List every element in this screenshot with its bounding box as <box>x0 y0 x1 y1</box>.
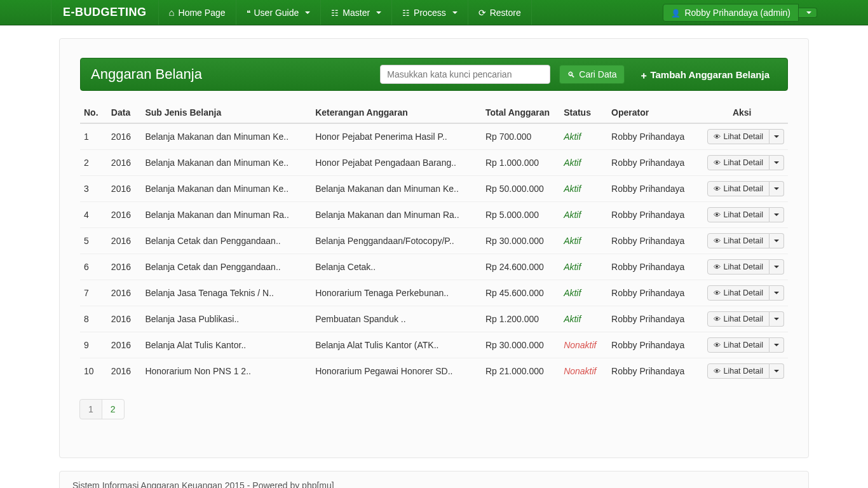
search-button[interactable]: Cari Data <box>559 65 625 84</box>
page-1: 1 <box>79 399 102 419</box>
user-label: Robby Prihandaya (admin) <box>684 8 790 18</box>
row-dropdown-button[interactable] <box>770 363 784 379</box>
cell-aksi: Lihat Detail <box>696 358 788 384</box>
cell-status: Nonaktif <box>560 358 607 384</box>
detail-button-label: Lihat Detail <box>723 184 763 193</box>
comment-icon <box>247 8 250 18</box>
data-table: No. Data Sub Jenis Belanja Keterangan An… <box>80 102 788 384</box>
cell-total: Rp 5.000.000 <box>482 202 560 228</box>
nav-process-label: Process <box>414 8 446 18</box>
row-dropdown-button[interactable] <box>770 155 784 170</box>
eye-icon <box>714 315 721 323</box>
user-button[interactable]: Robby Prihandaya (admin) <box>663 4 799 22</box>
page-2[interactable]: 2 <box>102 399 125 419</box>
row-dropdown-button[interactable] <box>770 337 784 353</box>
eye-icon <box>714 132 721 141</box>
cell-data: 2016 <box>107 202 142 228</box>
detail-button[interactable]: Lihat Detail <box>707 207 770 222</box>
table-row: 102016Honorarium Non PNS 1 2..Honorarium… <box>80 358 788 384</box>
cell-operator: Robby Prihandaya <box>607 150 696 176</box>
user-dropdown-button[interactable] <box>799 8 817 18</box>
cell-subjenis: Belanja Alat Tulis Kantor.. <box>141 332 311 358</box>
cell-operator: Robby Prihandaya <box>607 306 696 332</box>
cell-keterangan: Belanja Makanan dan Minuman Ke.. <box>311 176 482 202</box>
nav-process[interactable]: Process <box>392 0 468 25</box>
nav-home[interactable]: Home Page <box>159 0 236 25</box>
cell-status: Aktif <box>560 123 607 150</box>
cell-operator: Robby Prihandaya <box>607 228 696 254</box>
col-data: Data <box>107 102 142 123</box>
cell-keterangan: Pembuatan Spanduk .. <box>311 306 482 332</box>
page-title: Anggaran Belanja <box>91 66 202 83</box>
row-dropdown-button[interactable] <box>770 285 784 301</box>
table-row: 42016Belanja Makanan dan Minuman Ra..Bel… <box>80 202 788 228</box>
row-dropdown-button[interactable] <box>770 181 784 196</box>
cell-keterangan: Honorarium Tenaga Perkebunan.. <box>311 280 482 306</box>
nav-userguide[interactable]: User Guide <box>236 0 322 25</box>
eye-icon <box>714 236 721 245</box>
cell-keterangan: Belanja Cetak.. <box>311 254 482 280</box>
cell-total: Rp 1.200.000 <box>482 306 560 332</box>
cell-data: 2016 <box>107 332 142 358</box>
cell-no: 9 <box>80 332 107 358</box>
cell-total: Rp 30.000.000 <box>482 228 560 254</box>
cell-subjenis: Belanja Makanan dan Minuman Ke.. <box>141 123 311 150</box>
cell-aksi: Lihat Detail <box>696 150 788 176</box>
cell-subjenis: Honorarium Non PNS 1 2.. <box>141 358 311 384</box>
cell-data: 2016 <box>107 254 142 280</box>
cell-total: Rp 45.600.000 <box>482 280 560 306</box>
cell-subjenis: Belanja Jasa Publikasi.. <box>141 306 311 332</box>
row-dropdown-button[interactable] <box>770 311 784 327</box>
nav-master[interactable]: Master <box>321 0 392 25</box>
cell-total: Rp 30.000.000 <box>482 332 560 358</box>
row-dropdown-button[interactable] <box>770 129 784 144</box>
table-row: 32016Belanja Makanan dan Minuman Ke..Bel… <box>80 176 788 202</box>
cell-no: 10 <box>80 358 107 384</box>
detail-button[interactable]: Lihat Detail <box>707 311 770 327</box>
status-badge: Aktif <box>564 132 581 142</box>
cell-keterangan: Belanja Alat Tulis Kantor (ATK.. <box>311 332 482 358</box>
detail-button[interactable]: Lihat Detail <box>707 129 770 144</box>
cell-aksi: Lihat Detail <box>696 332 788 358</box>
cell-no: 6 <box>80 254 107 280</box>
detail-button-label: Lihat Detail <box>723 262 763 271</box>
cell-operator: Robby Prihandaya <box>607 202 696 228</box>
row-dropdown-button[interactable] <box>770 207 784 222</box>
cell-data: 2016 <box>107 228 142 254</box>
grid-icon <box>331 8 339 18</box>
cell-no: 4 <box>80 202 107 228</box>
cell-keterangan: Belanja Makanan dan Minuman Ra.. <box>311 202 482 228</box>
nav-restore[interactable]: Restore <box>468 0 532 25</box>
detail-button[interactable]: Lihat Detail <box>707 259 770 274</box>
detail-button[interactable]: Lihat Detail <box>707 363 770 379</box>
eye-icon <box>714 288 721 297</box>
detail-button[interactable]: Lihat Detail <box>707 337 770 353</box>
cell-data: 2016 <box>107 176 142 202</box>
detail-button-label: Lihat Detail <box>723 236 763 245</box>
nav-master-label: Master <box>342 8 370 18</box>
detail-button-label: Lihat Detail <box>723 315 763 323</box>
row-dropdown-button[interactable] <box>770 259 784 274</box>
row-dropdown-button[interactable] <box>770 233 784 248</box>
navbar: E-BUDGETING Home Page User Guide Master … <box>0 0 868 25</box>
add-button[interactable]: Tambah Anggaran Belanja <box>634 65 777 84</box>
cell-operator: Robby Prihandaya <box>607 176 696 202</box>
cell-keterangan: Honorarium Pegawai Honorer SD.. <box>311 358 482 384</box>
refresh-icon <box>478 8 486 18</box>
table-row: 62016Belanja Cetak dan Penggandaan..Bela… <box>80 254 788 280</box>
detail-button[interactable]: Lihat Detail <box>707 233 770 248</box>
cell-subjenis: Belanja Cetak dan Penggandaan.. <box>141 228 311 254</box>
eye-icon <box>714 341 721 349</box>
cell-operator: Robby Prihandaya <box>607 332 696 358</box>
search-input[interactable] <box>380 65 550 84</box>
status-badge: Aktif <box>564 288 581 298</box>
eye-icon <box>714 184 721 193</box>
detail-button[interactable]: Lihat Detail <box>707 285 770 301</box>
chevron-down-icon <box>774 135 779 138</box>
footer: Sistem Informasi Anggaran Keuangan 2015 … <box>59 471 809 488</box>
detail-button[interactable]: Lihat Detail <box>707 155 770 170</box>
cell-aksi: Lihat Detail <box>696 280 788 306</box>
status-badge: Aktif <box>564 262 581 272</box>
detail-button[interactable]: Lihat Detail <box>707 181 770 196</box>
cell-status: Nonaktif <box>560 332 607 358</box>
